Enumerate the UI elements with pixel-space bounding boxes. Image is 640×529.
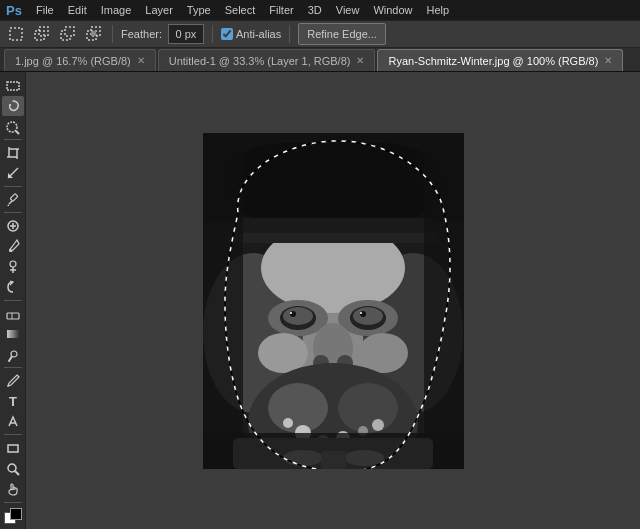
tool-spot-heal[interactable] <box>2 216 24 235</box>
toolbar-sep-1 <box>4 139 22 140</box>
tab-2[interactable]: Untitled-1 @ 33.3% (Layer 1, RGB/8) ✕ <box>158 49 376 71</box>
tool-eraser[interactable] <box>2 304 24 323</box>
antialias-area: Anti-alias <box>221 28 281 40</box>
tab-1-close[interactable]: ✕ <box>137 55 145 66</box>
tool-path-select[interactable] <box>2 412 24 431</box>
svg-point-24 <box>9 249 12 252</box>
tool-brush[interactable] <box>2 237 24 256</box>
canvas-container[interactable]: .march { stroke-dasharray: 6,4; animatio… <box>203 133 464 469</box>
options-bar: Feather: Anti-alias Refine Edge... <box>0 20 640 48</box>
svg-rect-42 <box>223 143 443 223</box>
svg-rect-28 <box>7 330 19 338</box>
svg-point-64 <box>268 383 328 433</box>
tab-1[interactable]: 1.jpg @ 16.7% (RGB/8) ✕ <box>4 49 156 71</box>
svg-rect-0 <box>10 28 22 40</box>
svg-point-60 <box>258 333 308 373</box>
menu-help[interactable]: Help <box>421 2 456 18</box>
tool-colors[interactable] <box>2 506 24 525</box>
menu-image[interactable]: Image <box>95 2 138 18</box>
svg-point-53 <box>290 311 296 317</box>
tab-3-label: Ryan-Schmitz-Winter.jpg @ 100% (RGB/8) <box>388 55 598 67</box>
tool-marquee[interactable] <box>2 76 24 95</box>
svg-point-51 <box>283 307 313 325</box>
svg-line-36 <box>15 471 19 475</box>
new-selection-btn[interactable] <box>6 24 26 44</box>
tab-3-close[interactable]: ✕ <box>604 55 612 66</box>
menu-window[interactable]: Window <box>367 2 418 18</box>
svg-point-61 <box>358 333 408 373</box>
menu-type[interactable]: Type <box>181 2 217 18</box>
menu-bar: Ps File Edit Image Layer Type Select Fil… <box>0 0 640 20</box>
svg-point-70 <box>283 418 293 428</box>
options-divider-3 <box>289 25 290 43</box>
tool-lasso[interactable] <box>2 96 24 115</box>
intersect-selection-btn[interactable] <box>84 24 104 44</box>
toolbar-sep-5 <box>4 367 22 368</box>
tool-clone-stamp[interactable] <box>2 257 24 276</box>
tab-3[interactable]: Ryan-Schmitz-Winter.jpg @ 100% (RGB/8) ✕ <box>377 49 623 71</box>
feather-label: Feather: <box>121 28 162 40</box>
tool-crop[interactable] <box>2 143 24 162</box>
tool-shape[interactable] <box>2 438 24 457</box>
toolbar-sep-7 <box>4 502 22 503</box>
svg-point-55 <box>290 312 292 314</box>
refine-edge-button[interactable]: Refine Edge... <box>298 23 386 45</box>
svg-point-71 <box>372 419 384 431</box>
svg-rect-18 <box>10 193 18 201</box>
tool-gradient[interactable] <box>2 324 24 343</box>
antialias-checkbox[interactable] <box>221 28 233 40</box>
menu-3d[interactable]: 3D <box>302 2 328 18</box>
canvas-image: .march { stroke-dasharray: 6,4; animatio… <box>203 133 464 469</box>
toolbar-sep-2 <box>4 186 22 187</box>
menu-select[interactable]: Select <box>219 2 262 18</box>
add-selection-btn[interactable] <box>32 24 52 44</box>
tool-zoom[interactable] <box>2 459 24 478</box>
tabs-bar: 1.jpg @ 16.7% (RGB/8) ✕ Untitled-1 @ 33.… <box>0 48 640 72</box>
svg-point-10 <box>7 122 17 132</box>
feather-input[interactable] <box>168 24 204 44</box>
options-divider-2 <box>212 25 213 43</box>
toolbar: T <box>0 72 26 529</box>
tool-type[interactable]: T <box>2 392 24 411</box>
svg-rect-75 <box>233 218 433 233</box>
svg-line-11 <box>16 131 19 134</box>
svg-point-52 <box>353 307 383 325</box>
app-logo: Ps <box>4 1 24 19</box>
svg-point-56 <box>360 312 362 314</box>
tab-2-close[interactable]: ✕ <box>356 55 364 66</box>
tab-1-label: 1.jpg @ 16.7% (RGB/8) <box>15 55 131 67</box>
svg-marker-20 <box>7 204 9 206</box>
svg-rect-4 <box>65 27 74 36</box>
menu-view[interactable]: View <box>330 2 366 18</box>
menu-edit[interactable]: Edit <box>62 2 93 18</box>
menu-filter[interactable]: Filter <box>263 2 299 18</box>
menu-file[interactable]: File <box>30 2 60 18</box>
svg-rect-26 <box>7 313 19 319</box>
tool-eyedropper[interactable] <box>2 190 24 209</box>
antialias-label: Anti-alias <box>236 28 281 40</box>
tool-hand[interactable] <box>2 479 24 498</box>
subtract-selection-btn[interactable] <box>58 24 78 44</box>
svg-rect-78 <box>424 133 464 469</box>
tool-history-brush[interactable] <box>2 278 24 297</box>
svg-line-30 <box>9 357 12 361</box>
svg-rect-7 <box>91 31 96 36</box>
options-divider-1 <box>112 25 113 43</box>
svg-line-19 <box>9 201 12 204</box>
svg-point-25 <box>10 261 16 267</box>
menu-layer[interactable]: Layer <box>139 2 179 18</box>
svg-point-9 <box>9 104 11 106</box>
canvas-area: .march { stroke-dasharray: 6,4; animatio… <box>26 72 640 529</box>
svg-rect-84 <box>321 451 346 469</box>
tool-slice[interactable] <box>2 164 24 183</box>
tool-pen[interactable] <box>2 371 24 390</box>
tool-dodge[interactable] <box>2 345 24 364</box>
tool-quick-select[interactable] <box>2 117 24 136</box>
svg-rect-8 <box>7 82 19 90</box>
tab-2-label: Untitled-1 @ 33.3% (Layer 1, RGB/8) <box>169 55 351 67</box>
toolbar-sep-3 <box>4 212 22 213</box>
svg-point-83 <box>344 450 384 466</box>
toolbar-sep-4 <box>4 300 22 301</box>
svg-point-82 <box>283 450 323 466</box>
svg-text:T: T <box>9 394 17 409</box>
